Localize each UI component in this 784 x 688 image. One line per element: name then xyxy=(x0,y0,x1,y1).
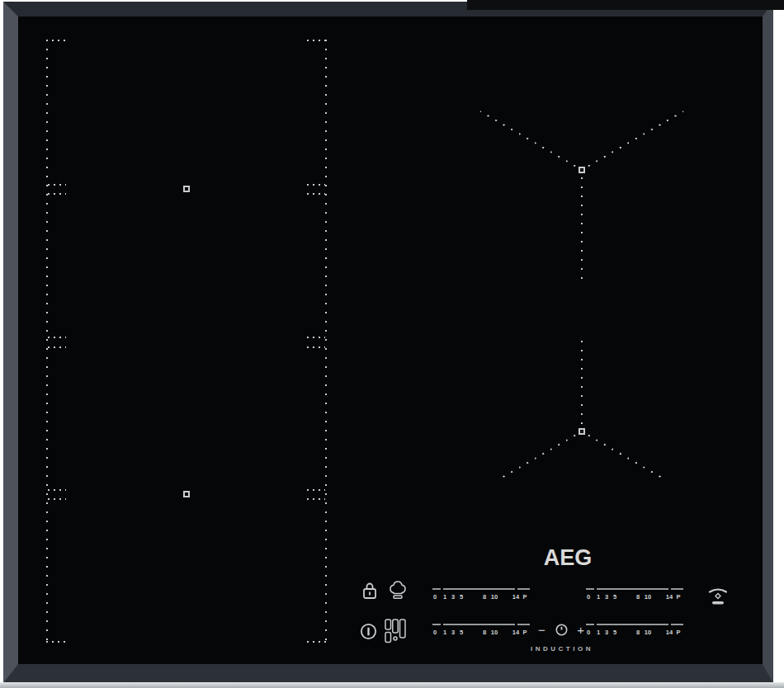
flex-zone-segment-mark xyxy=(307,193,325,195)
flex-zone-right-border xyxy=(325,40,327,643)
power-level-label: 14 xyxy=(666,593,673,601)
power-level-label: 10 xyxy=(645,629,651,636)
front-right-zone-ray xyxy=(501,431,583,478)
assisted-cooking-button[interactable] xyxy=(388,580,408,601)
power-button[interactable] xyxy=(360,623,377,640)
rear-right-zone-center-mark xyxy=(579,167,585,173)
timer-clock-icon xyxy=(555,624,568,636)
slider-scale: 013581014P xyxy=(586,621,685,639)
flex-zone-segment-mark xyxy=(48,193,66,195)
flex-zone-segment-mark xyxy=(48,337,66,338)
chef-hat-icon xyxy=(388,580,408,601)
timer-plus-button[interactable]: + xyxy=(577,624,584,636)
flexibridge-zones-icon xyxy=(385,619,406,643)
flex-zone-segment-mark xyxy=(307,346,325,348)
power-level-label: 5 xyxy=(613,629,616,636)
flex-zone-segment-mark xyxy=(307,498,325,500)
power-level-label: 8 xyxy=(483,593,486,601)
flex-zone-segment-mark xyxy=(48,489,66,491)
power-level-label: 14 xyxy=(512,629,519,636)
power-level-label: 0 xyxy=(433,593,437,601)
flex-zone-corner-mark xyxy=(307,40,327,41)
front-right-zone-ray xyxy=(581,338,583,431)
slider-scale: 013581014P xyxy=(586,586,685,604)
power-level-label: 0 xyxy=(587,593,590,601)
flex-zone-segment-mark xyxy=(48,184,66,186)
flex-zone-segment-mark xyxy=(48,498,66,500)
induction-hob: AEG 013581014P 013581014P xyxy=(3,2,773,683)
power-level-label: 14 xyxy=(666,629,673,636)
hob2hood-button[interactable] xyxy=(706,585,730,606)
flex-zone-segment-mark xyxy=(307,337,325,338)
power-level-label: 1 xyxy=(597,629,600,636)
flex-zone-corner-mark xyxy=(46,641,66,643)
power-level-label: P xyxy=(522,629,527,636)
power-level-label: 0 xyxy=(587,629,590,636)
power-level-label: 8 xyxy=(636,629,640,636)
child-lock-icon xyxy=(361,581,378,601)
power-level-label: 0 xyxy=(433,629,437,636)
rear-right-zone-ray xyxy=(480,111,583,171)
power-level-label: 10 xyxy=(491,629,498,636)
power-level-label: 3 xyxy=(451,593,455,601)
flex-zone-segment-mark xyxy=(307,489,325,491)
flex-zone-segment-mark xyxy=(307,184,325,186)
power-level-label: 10 xyxy=(491,593,498,601)
front-right-zone-center-mark xyxy=(579,428,585,435)
power-icon xyxy=(360,623,377,640)
slider-scale: 013581014P xyxy=(432,621,531,639)
timer-button[interactable] xyxy=(555,624,568,636)
power-level-label: 8 xyxy=(636,593,640,601)
frame-front-edge xyxy=(0,682,784,688)
power-slider[interactable]: 013581014P xyxy=(586,621,685,639)
background-shadow xyxy=(467,0,784,10)
power-level-label: 1 xyxy=(597,593,600,601)
brand-logo: AEG xyxy=(541,545,594,571)
power-slider[interactable]: 013581014P xyxy=(432,621,531,639)
power-level-label: 3 xyxy=(605,629,608,636)
flex-zone-corner-mark xyxy=(307,641,327,643)
power-level-label: 14 xyxy=(512,593,519,601)
timer-minus-button[interactable]: − xyxy=(538,624,545,636)
flex-zone-corner-mark xyxy=(46,40,66,41)
rear-right-zone-ray xyxy=(581,170,583,286)
power-slider[interactable]: 013581014P xyxy=(586,586,685,604)
power-level-label: P xyxy=(522,593,527,601)
power-level-label: 10 xyxy=(645,593,651,601)
power-slider[interactable]: 013581014P xyxy=(432,586,531,604)
power-level-label: P xyxy=(676,593,680,601)
slider-scale: 013581014P xyxy=(432,586,531,604)
front-right-zone-ray xyxy=(582,431,664,478)
induction-label: INDUCTION xyxy=(508,645,616,653)
power-level-label: P xyxy=(676,629,680,636)
rear-right-zone-ray xyxy=(582,111,684,171)
child-lock-button[interactable] xyxy=(361,581,378,601)
flexibridge-button[interactable] xyxy=(385,619,406,643)
power-level-label: 1 xyxy=(443,593,446,601)
hob2hood-icon xyxy=(706,585,730,606)
timer-controls: − + xyxy=(538,621,584,638)
power-level-label: 3 xyxy=(451,629,455,636)
power-level-label: 5 xyxy=(613,593,616,601)
flex-zone-front-center-mark xyxy=(183,491,190,497)
flex-zone-rear-center-mark xyxy=(183,186,190,192)
flex-zone-segment-mark xyxy=(48,346,66,348)
power-level-label: 5 xyxy=(460,593,463,601)
power-level-label: 8 xyxy=(483,629,486,636)
flex-zone-left-border xyxy=(46,40,48,643)
power-level-label: 1 xyxy=(443,629,446,636)
glass-surface: AEG 013581014P 013581014P xyxy=(18,16,763,664)
power-level-label: 5 xyxy=(460,629,463,636)
power-level-label: 3 xyxy=(605,593,608,601)
